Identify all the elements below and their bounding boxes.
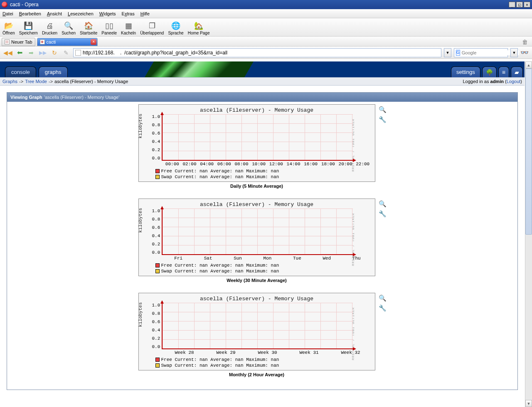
toolbar-sprache[interactable]: 🌐Sprache bbox=[168, 21, 183, 36]
zoom-icon[interactable]: 🔍 bbox=[379, 106, 387, 113]
minimize-button[interactable]: _ bbox=[509, 2, 515, 7]
menu-ansicht[interactable]: Ansicht bbox=[47, 11, 62, 16]
zoom-icon[interactable]: 🔍 bbox=[379, 294, 387, 302]
plot-area bbox=[162, 208, 353, 255]
url-input[interactable] bbox=[83, 50, 439, 56]
toolbar-paneele[interactable]: ▯▯Paneele bbox=[101, 21, 117, 36]
addressbar: ◀◀ ⬅ ➡ ▶▶ ↻ ✎ ▼ G ▼ 👓 bbox=[0, 47, 532, 59]
menu-datei[interactable]: Datei bbox=[2, 11, 13, 16]
tile-icon: ❐ bbox=[147, 21, 157, 31]
url-dropdown[interactable]: ▼ bbox=[444, 48, 451, 57]
x-ticks: FriSatSunMonTueWedThu bbox=[164, 256, 372, 261]
breadcrumb-graphs[interactable]: Graphs bbox=[2, 79, 17, 84]
graph-caption: Monthly (2 Hour Average) bbox=[229, 372, 284, 377]
trash-icon[interactable]: 🗑 bbox=[522, 39, 528, 45]
floppy-icon: 💾 bbox=[23, 21, 33, 31]
y-axis-label: kilobytes bbox=[138, 208, 143, 232]
y-ticks: 1.00.80.60.40.20.0 bbox=[152, 303, 160, 349]
toolbar-suchen[interactable]: 🔍Suchen bbox=[62, 21, 76, 36]
tab-graphs[interactable]: graphs bbox=[39, 66, 68, 77]
folder-icon: 📂 bbox=[4, 21, 14, 31]
search-dropdown[interactable]: ▼ bbox=[510, 48, 518, 57]
tab-new[interactable]: ▤ Neuer Tab bbox=[2, 38, 35, 46]
tile-icon: ▦ bbox=[123, 21, 133, 31]
tab-cacti[interactable]: ◉ cacti × bbox=[37, 38, 98, 46]
menu-hilfe[interactable]: Hilfe bbox=[140, 11, 150, 16]
close-button[interactable]: × bbox=[524, 2, 530, 7]
graph-title: ascella (Fileserver) - Memory Usage bbox=[142, 106, 372, 114]
binoculars-icon[interactable]: 👓 bbox=[520, 49, 529, 56]
menu-bearbeiten[interactable]: Bearbeiten bbox=[19, 11, 41, 16]
menu-lesezeichen[interactable]: Lesezeichen bbox=[68, 11, 94, 16]
home-icon: 🏠 bbox=[84, 21, 94, 31]
x-ticks: 00:0002:0004:0006:0008:0010:0012:0014:00… bbox=[164, 162, 372, 167]
fast-forward-button[interactable]: ▶▶ bbox=[38, 48, 47, 57]
graph-panel: Viewing Graph 'ascella (Fileserver) - Me… bbox=[7, 92, 518, 390]
rewind-button[interactable]: ◀◀ bbox=[3, 48, 12, 57]
globe-icon: 🌐 bbox=[171, 21, 181, 31]
breadcrumb-tree-mode[interactable]: Tree Mode bbox=[25, 79, 47, 84]
reload-button[interactable]: ↻ bbox=[50, 48, 59, 57]
wrench-icon[interactable]: 🔧 bbox=[379, 210, 387, 218]
browser-tabbar: ▤ Neuer Tab ◉ cacti × 🗑 bbox=[0, 37, 532, 47]
toolbar-überlappend[interactable]: ❐Überlappend bbox=[140, 21, 164, 36]
panel-header: Viewing Graph 'ascella (Fileserver) - Me… bbox=[7, 93, 517, 102]
menu-extras[interactable]: Extras bbox=[122, 11, 135, 16]
toolbar-kacheln[interactable]: ▦Kacheln bbox=[121, 21, 136, 36]
y-axis-label: kilobytes bbox=[138, 113, 143, 138]
tab-list-icon[interactable]: ≡ bbox=[498, 66, 509, 77]
opera-icon bbox=[2, 2, 7, 7]
graph-tools: 🔍🔧 bbox=[379, 200, 387, 218]
graph-tools: 🔍🔧 bbox=[379, 294, 387, 312]
search-field[interactable]: G bbox=[454, 48, 508, 57]
toolbar-öffnen[interactable]: 📂Öffnen bbox=[2, 21, 15, 36]
graph-caption: Daily (5 Minute Average) bbox=[230, 184, 283, 189]
y-axis-label: kilobytes bbox=[138, 302, 143, 326]
wrench-icon[interactable]: 🔧 bbox=[379, 116, 387, 123]
legend: Free Current: nan Average: nan Maximum: … bbox=[155, 357, 372, 368]
graph-card: RRDTOOL / TOBI OETIKERascella (Fileserve… bbox=[138, 199, 375, 276]
legend: Free Current: nan Average: nan Maximum: … bbox=[155, 168, 372, 180]
page-icon bbox=[75, 50, 81, 56]
tab-tree-icon[interactable]: 🌳 bbox=[482, 66, 497, 77]
toolbar: 📂Öffnen💾Speichern🖨Drucken🔍Suchen🏠Startse… bbox=[0, 18, 532, 37]
legend-swatch bbox=[155, 269, 160, 273]
cacti-header: console graphs settings 🌳 ≡ ▰ bbox=[0, 61, 525, 77]
plot-area bbox=[162, 114, 353, 161]
tab-console[interactable]: console bbox=[5, 66, 36, 77]
zoom-icon[interactable]: 🔍 bbox=[379, 200, 387, 208]
graph-title: ascella (Fileserver) - Memory Usage bbox=[142, 201, 372, 208]
document-icon: ◉ bbox=[40, 39, 45, 44]
toolbar-drucken[interactable]: 🖨Drucken bbox=[42, 21, 57, 36]
toolbar-startseite[interactable]: 🏠Startseite bbox=[80, 21, 97, 36]
breadcrumb: Graphs -> Tree Mode -> ascella (Fileserv… bbox=[0, 77, 525, 86]
wand-button[interactable]: ✎ bbox=[62, 48, 71, 57]
toolbar-speichern[interactable]: 💾Speichern bbox=[19, 21, 38, 36]
scroll-thumb[interactable] bbox=[525, 69, 532, 235]
legend-swatch bbox=[155, 175, 160, 179]
forward-button[interactable]: ➡ bbox=[27, 48, 36, 57]
menu-widgets[interactable]: Widgets bbox=[99, 11, 116, 16]
y-ticks: 1.00.80.60.40.20.0 bbox=[152, 208, 160, 255]
graph-card: RRDTOOL / TOBI OETIKERascella (Fileserve… bbox=[138, 293, 375, 370]
x-ticks: Week 28Week 29Week 30Week 31Week 32 bbox=[164, 350, 372, 355]
document-icon: ▤ bbox=[5, 39, 10, 44]
page-viewport: console graphs settings 🌳 ≡ ▰ Graphs -> … bbox=[0, 61, 525, 407]
legend-swatch bbox=[155, 363, 160, 368]
menubar: Datei Bearbeiten Ansicht Lesezeichen Wid… bbox=[0, 9, 532, 18]
restore-button[interactable]: ◱ bbox=[516, 2, 523, 7]
tab-preview-icon[interactable]: ▰ bbox=[511, 66, 523, 77]
url-field[interactable] bbox=[73, 48, 441, 57]
back-button[interactable]: ⬅ bbox=[15, 48, 24, 57]
close-icon[interactable]: × bbox=[91, 39, 96, 45]
window-titlebar: cacti - Opera _ ◱ × bbox=[0, 0, 532, 9]
scroll-down-button[interactable]: ▼ bbox=[525, 400, 532, 407]
toolbar-home-page[interactable]: 🏡Home Page bbox=[188, 21, 210, 36]
vertical-scrollbar[interactable]: ▲ ▼ bbox=[525, 61, 532, 407]
logout-link[interactable]: Logout bbox=[507, 79, 521, 84]
wrench-icon[interactable]: 🔧 bbox=[379, 304, 387, 312]
scroll-up-button[interactable]: ▲ bbox=[525, 61, 532, 69]
tab-label: cacti bbox=[47, 39, 56, 44]
google-icon: G bbox=[456, 50, 460, 56]
tab-settings[interactable]: settings bbox=[451, 66, 480, 77]
